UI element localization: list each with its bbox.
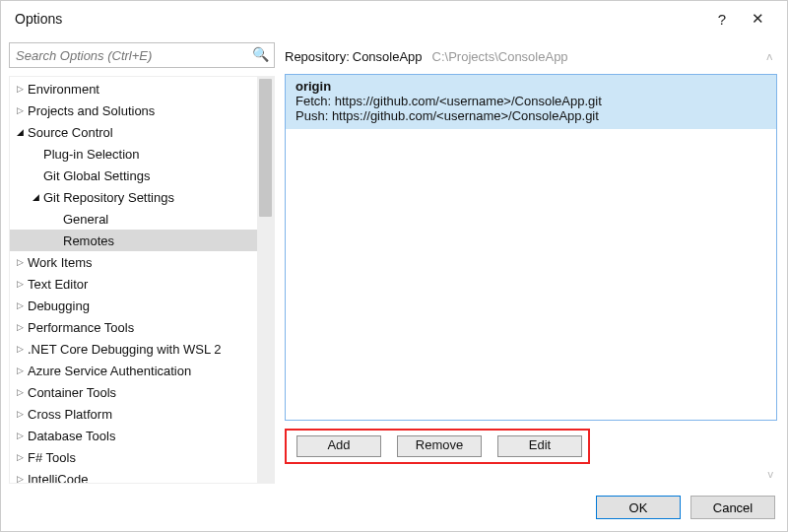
tree-item[interactable]: ◢Source Control (10, 121, 257, 143)
tree-item-label: .NET Core Debugging with WSL 2 (26, 342, 222, 357)
window-title: Options (15, 11, 704, 27)
tree-item-label: Azure Service Authentication (26, 364, 191, 378)
options-tree[interactable]: ▷Environment▷Projects and Solutions◢Sour… (10, 77, 257, 483)
tree-item-label: Debugging (26, 299, 90, 313)
remove-button[interactable]: Remove (397, 435, 482, 457)
search-icon[interactable]: 🔍 (252, 46, 269, 62)
tree-item-label: Container Tools (26, 385, 116, 400)
tree-item[interactable]: Remotes (10, 230, 257, 251)
tree-item[interactable]: Plug-in Selection (10, 143, 257, 165)
tree-item-label: F# Tools (26, 450, 76, 465)
tree-item-label: Git Repository Settings (41, 190, 174, 205)
edit-button[interactable]: Edit (497, 435, 582, 457)
arrow-collapsed-icon[interactable]: ▷ (14, 387, 26, 397)
tree-item-label: Environment (26, 82, 99, 97)
tree-item[interactable]: ▷Database Tools (10, 425, 257, 446)
tree-item-label: Cross Platform (26, 407, 112, 422)
tree-item-label: Git Global Settings (41, 168, 150, 183)
arrow-collapsed-icon[interactable]: ▷ (14, 366, 26, 375)
tree-scroll-thumb[interactable] (259, 79, 272, 217)
arrow-collapsed-icon[interactable]: ▷ (14, 257, 26, 267)
arrow-collapsed-icon[interactable]: ▷ (14, 322, 26, 332)
close-button[interactable]: ✕ (740, 1, 775, 36)
tree-item-label: Plug-in Selection (41, 147, 140, 162)
arrow-collapsed-icon[interactable]: ▷ (14, 431, 26, 440)
tree-item[interactable]: ▷Cross Platform (10, 403, 257, 425)
titlebar: Options ? ✕ (1, 1, 787, 36)
tree-item-label: Projects and Solutions (26, 103, 155, 118)
options-dialog: Options ? ✕ 🔍 ▷Environment▷Projects and … (0, 0, 788, 532)
repository-name: ConsoleApp (353, 49, 423, 64)
arrow-collapsed-icon[interactable]: ▷ (14, 279, 26, 289)
add-button[interactable]: Add (296, 435, 381, 457)
tree-item[interactable]: Git Global Settings (10, 165, 257, 186)
tree-item[interactable]: ▷.NET Core Debugging with WSL 2 (10, 338, 257, 360)
remote-push: Push: https://github.com/<username>/Cons… (296, 108, 766, 123)
help-button[interactable]: ? (704, 1, 740, 36)
tree-item[interactable]: ▷Environment (10, 78, 257, 100)
tree-item[interactable]: ▷F# Tools (10, 446, 257, 468)
tree-item[interactable]: ▷Debugging (10, 295, 257, 316)
tree-scrollbar[interactable] (257, 77, 274, 483)
remotes-list[interactable]: origin Fetch: https://github.com/<userna… (285, 74, 777, 421)
arrow-collapsed-icon[interactable]: ▷ (14, 409, 26, 419)
tree-item-label: Text Editor (26, 277, 88, 292)
tree-item-label: Source Control (26, 125, 113, 140)
tree-item[interactable]: ▷Text Editor (10, 273, 257, 295)
arrow-collapsed-icon[interactable]: ▷ (14, 452, 26, 462)
tree-item[interactable]: General (10, 208, 257, 230)
repository-path: C:\Projects\ConsoleApp (432, 49, 568, 64)
tree-item[interactable]: ◢Git Repository Settings (10, 186, 257, 208)
repository-label: Repository: (285, 49, 350, 64)
ok-button[interactable]: OK (596, 496, 681, 519)
tree-item-label: General (61, 212, 108, 227)
search-input[interactable] (9, 42, 275, 68)
arrow-expanded-icon[interactable]: ◢ (30, 192, 41, 202)
dialog-footer: OK Cancel (1, 484, 787, 531)
arrow-collapsed-icon[interactable]: ▷ (14, 84, 26, 94)
tree-item-label: Database Tools (26, 429, 115, 443)
tree-item[interactable]: ▷Performance Tools (10, 316, 257, 338)
remote-name: origin (296, 79, 766, 94)
chevron-up-icon[interactable]: ʌ (762, 50, 777, 63)
tree-item[interactable]: ▷Container Tools (10, 381, 257, 403)
remote-buttons-highlight: Add Remove Edit (285, 429, 590, 464)
arrow-collapsed-icon[interactable]: ▷ (14, 105, 26, 115)
arrow-collapsed-icon[interactable]: ▷ (14, 300, 26, 310)
tree-item-label: Work Items (26, 255, 93, 270)
tree-item[interactable]: ▷Azure Service Authentication (10, 360, 257, 381)
tree-item[interactable]: ▷IntelliCode (10, 468, 257, 483)
chevron-down-icon[interactable]: v (285, 468, 777, 480)
tree-item-label: IntelliCode (26, 472, 88, 484)
arrow-expanded-icon[interactable]: ◢ (14, 127, 26, 137)
tree-item[interactable]: ▷Projects and Solutions (10, 100, 257, 121)
repository-header[interactable]: Repository: ConsoleApp C:\Projects\Conso… (285, 44, 777, 68)
tree-item-label: Remotes (61, 233, 114, 248)
cancel-button[interactable]: Cancel (690, 496, 775, 519)
tree-item-label: Performance Tools (26, 320, 134, 335)
remote-fetch: Fetch: https://github.com/<username>/Con… (296, 94, 766, 108)
arrow-collapsed-icon[interactable]: ▷ (14, 344, 26, 354)
tree-item[interactable]: ▷Work Items (10, 251, 257, 273)
remote-item[interactable]: origin Fetch: https://github.com/<userna… (286, 75, 776, 129)
arrow-collapsed-icon[interactable]: ▷ (14, 474, 26, 483)
